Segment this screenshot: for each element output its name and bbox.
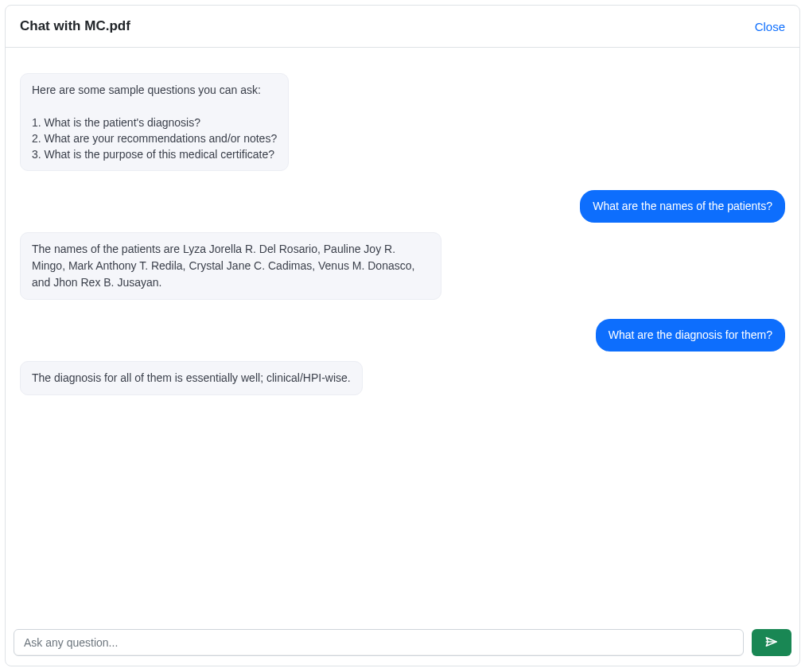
bot-message: The names of the patients are Lyza Jorel… — [20, 232, 441, 300]
message-row-user: What are the diagnosis for them? — [20, 319, 785, 352]
input-bar — [6, 621, 799, 666]
chat-modal: Chat with MC.pdf Close Here are some sam… — [5, 5, 800, 666]
message-row-bot: Here are some sample questions you can a… — [20, 73, 785, 171]
message-row-bot: The diagnosis for all of them is essenti… — [20, 361, 785, 395]
user-message: What are the diagnosis for them? — [596, 319, 785, 352]
modal-title: Chat with MC.pdf — [20, 18, 130, 34]
close-button[interactable]: Close — [755, 20, 785, 33]
user-message: What are the names of the patients? — [580, 190, 785, 223]
bot-message-intro: Here are some sample questions you can a… — [20, 73, 289, 171]
modal-header: Chat with MC.pdf Close — [6, 6, 799, 48]
bot-message: The diagnosis for all of them is essenti… — [20, 361, 363, 395]
message-row-user: What are the names of the patients? — [20, 190, 785, 223]
question-input[interactable] — [14, 629, 744, 656]
message-row-bot: The names of the patients are Lyza Jorel… — [20, 232, 785, 300]
chat-body[interactable]: Here are some sample questions you can a… — [6, 48, 799, 621]
send-button[interactable] — [752, 629, 791, 656]
send-icon — [764, 635, 779, 651]
